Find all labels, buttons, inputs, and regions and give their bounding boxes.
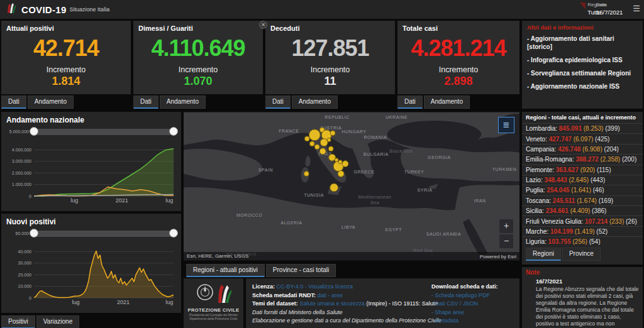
y-tick-label: 3.000.000 [12, 159, 31, 163]
x-tick-label: lug [72, 299, 80, 305]
tab-regioni[interactable]: Regioni [526, 248, 561, 261]
map-marker[interactable] [319, 148, 326, 155]
increment-label: Incremento [1, 65, 131, 74]
note-title: Note [526, 269, 639, 276]
tab-regioni-attuali-positivi[interactable]: Regioni - attuali positivi [186, 264, 265, 277]
region-current: (1.419) [575, 228, 595, 235]
region-total: 104.199 [550, 228, 573, 235]
slider-handle-right[interactable] [169, 127, 178, 136]
black-sea [387, 121, 481, 148]
info-link[interactable]: - Infografica epidemiologica ISS [527, 56, 638, 64]
license-link[interactable]: CC-BY-4.0 - Visualizza licenza [277, 283, 353, 290]
map-marker[interactable] [338, 171, 344, 177]
map-country-label: Mediterranean [358, 195, 392, 199]
region-name: Sicilia: [526, 207, 544, 214]
download-link[interactable]: - Shape aree [431, 309, 512, 317]
tab-dati[interactable]: Dati [133, 96, 158, 109]
rndt-label: Scheda metadati RNDT: [252, 292, 316, 298]
region-row: Veneto: 427.747 (6.097) (425) [522, 133, 643, 143]
header-region-field[interactable]: Regione Tutte [587, 2, 606, 16]
tab-andamento[interactable]: Andamento [28, 96, 74, 109]
region-increment: (386) [592, 207, 606, 214]
region-total: 245.511 [553, 197, 575, 204]
map-country-label: TURKEY [404, 170, 425, 174]
chart-title: Nuovi positivi [1, 214, 181, 227]
increment-value: 11 [265, 75, 395, 88]
region-increment: (204) [604, 146, 619, 153]
y-tick-label: 30.000 [18, 261, 32, 265]
map-marker[interactable] [309, 129, 320, 141]
slider-handle-right[interactable] [169, 229, 178, 238]
region-total: 234.661 [546, 207, 569, 214]
tab-positivi[interactable]: Positivi [1, 315, 35, 328]
map-marker[interactable] [320, 139, 328, 146]
slider-handle-left[interactable] [30, 229, 38, 238]
region-total: 363.627 [556, 167, 579, 173]
tab-andamento[interactable]: Andamento [160, 96, 206, 109]
region-name: Toscana: [526, 197, 551, 204]
download-link[interactable]: - Dati CSV / JSON [431, 300, 512, 309]
rndt-link[interactable]: dati - aree [318, 292, 343, 298]
x-tick-label: 2021 [116, 197, 128, 204]
regions-panel-title: Regioni - totale casi, attuali e increme… [522, 112, 643, 123]
region-name: Liguria: [526, 238, 547, 245]
map-marker[interactable] [309, 141, 314, 146]
temi-link[interactable]: Salute umana e sicurezza [299, 300, 365, 307]
hamburger-menu-icon[interactable]: ☰ [633, 4, 640, 13]
tab-dati[interactable]: Dati [1, 96, 26, 109]
tab-dati[interactable]: Dati [265, 96, 291, 109]
info-link[interactable]: - Sorveglianza settimanale Regioni [527, 69, 638, 77]
increment-label: Incremento [397, 65, 519, 74]
map-marker[interactable] [328, 146, 333, 151]
tab-province-casi-totali[interactable]: Province - casi totali [266, 264, 336, 277]
download-link[interactable]: - Metadata [431, 317, 512, 325]
region-name: Veneto: [526, 136, 547, 143]
note-panel: Note 16/7/2021La Regione Abruzzo segnala… [522, 267, 643, 328]
region-current: (233) [609, 218, 624, 225]
tab-dati[interactable]: Dati [397, 96, 423, 109]
download-link[interactable]: - Scheda riepilogo PDF [431, 292, 512, 300]
time-range-slider[interactable] [31, 129, 176, 135]
x-tick-label: 2021 [117, 299, 130, 305]
tab-variazione[interactable]: Variazione [36, 315, 80, 328]
time-range-slider[interactable] [31, 231, 176, 237]
protezione-civile-logo-icon [6, 3, 16, 16]
card-deceduti: Deceduti 127.851 Incremento 11 Dati Anda… [265, 21, 395, 109]
note-text: La Regione Abruzzo segnala che dal total… [536, 286, 639, 328]
map-marker[interactable] [330, 131, 335, 136]
region-row: Emilia-Romagna: 388.272 (2.358) (200) [522, 154, 643, 164]
slider-handle-left[interactable] [30, 127, 38, 136]
map-marker[interactable] [304, 136, 309, 141]
map-marker[interactable] [327, 138, 331, 142]
card-value: 4.110.649 [133, 35, 263, 62]
map-marker[interactable] [342, 161, 348, 167]
map-attribution: Esri, HERE, Garmin, USGS [184, 252, 519, 261]
map-zoom-out-button[interactable]: − [499, 234, 513, 248]
map-marker[interactable] [330, 183, 338, 192]
region-row: Liguria: 103.755 (256) (54) [522, 236, 643, 246]
app-header: COVID-19 Situazione Italia Data 16/7/202… [0, 0, 644, 19]
region-current: (2.645) [569, 177, 589, 183]
map-marker[interactable] [314, 145, 319, 150]
region-current: (1.641) [571, 187, 591, 194]
region-row: Campania: 426.748 (6.908) (204) [522, 144, 643, 154]
info-link[interactable]: - Aggiornamento dati sanitari[storico] [527, 35, 638, 51]
map-marker[interactable] [338, 160, 342, 164]
map-marker[interactable] [304, 172, 309, 177]
tab-province[interactable]: Province [562, 248, 601, 261]
logo-title: PROTEZIONE CIVILE [184, 307, 243, 313]
close-icon[interactable]: ✕ [259, 21, 267, 29]
map-zoom-in-button[interactable]: + [499, 219, 513, 233]
license-panel: Licenza: CC-BY-4.0 - Visualizza licenza … [246, 278, 519, 328]
increment-label: Incremento [133, 65, 263, 74]
region-current: (256) [573, 238, 587, 245]
tab-andamento[interactable]: Andamento [292, 96, 338, 109]
info-link[interactable]: - Aggiornamento nazionale ISS [527, 82, 638, 90]
y-tick-label: 0 [29, 296, 31, 300]
tab-andamento[interactable]: Andamento [424, 96, 470, 109]
map-mediterranean[interactable]: REPUBLICUKRAINEFRANCEAUSTRIAHUNGARYROMAN… [184, 112, 519, 261]
region-total: 103.755 [548, 238, 571, 245]
legend-icon[interactable]: ≣ [498, 117, 514, 133]
region-row: Lombardia: 845.091 (8.253) (399) [522, 123, 643, 133]
region-row: Lazio: 348.443 (2.645) (443) [522, 175, 643, 185]
